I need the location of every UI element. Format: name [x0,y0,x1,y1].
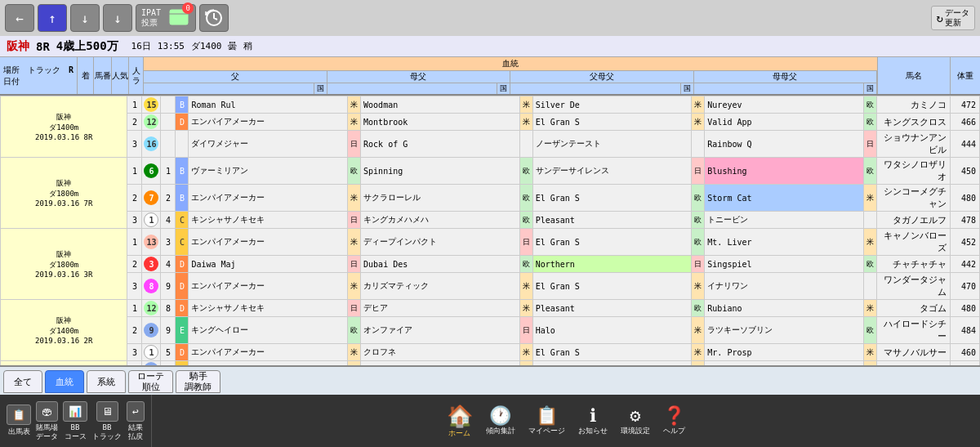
tab-blood[interactable]: 血統 [45,370,84,393]
table-row: 阪神ダ1400m2019.03.16 8R1 15 BRoman Rul米Woo… [1,96,980,114]
fmfather-country-cell [692,131,705,158]
pop-header: 人気 [112,57,129,94]
poprank-cell: C [176,212,189,229]
nav-settings[interactable]: ⚙ 環境設定 [621,405,650,436]
bb-track-icon: 🖥 [96,401,118,422]
pop-cell [161,131,176,158]
settings-icon: ⚙ [630,405,640,426]
info-icon: ℹ [590,405,596,426]
rank-cell: 2 [127,317,142,344]
num-cell: 6 [142,158,161,185]
mmfather-cell: Valid App [705,114,864,131]
pop-cell: 3 [161,229,176,256]
mfather-cell: Dubai Des [361,256,520,273]
father-country-cell: 米 [348,96,361,114]
nav-venue[interactable]: 🏟 賭馬場データ [36,401,58,441]
table-row: 3 16 ダイワメジャー日Rock of GノーザンテーストRainbow Q日… [1,131,980,158]
refresh-button[interactable]: ↻ データ更新 [931,6,975,30]
mmfather-cell: トニービン [705,212,864,229]
back-button[interactable]: ← [5,4,34,32]
mfather-cell: カリズマティック [361,273,520,300]
tab-all[interactable]: 全て [3,370,42,393]
num-cell: 9 [142,317,161,344]
home-label: ホーム [448,428,470,439]
mfather-col-header: 母父 [327,71,510,83]
poprank-cell [176,131,189,158]
race-num: 8R [36,40,50,53]
tab-rotation[interactable]: ローテ順位 [128,370,173,393]
result-icon: ↩ [127,401,145,422]
fmfather-col-header: 父母父 [510,71,693,83]
ipat-button[interactable]: IPAT投票 0 [136,4,196,32]
fmfather-country-cell: 欧 [692,300,705,317]
horsename-cell: カミノコ [877,96,951,114]
weight-cell: 444 [951,131,980,158]
pop-cell: 4 [161,212,176,229]
nav-info[interactable]: ℹ お知らせ [578,405,608,436]
horsename-cell: キャノンバローズ [877,229,951,256]
mmfather-cell: Rainbow Q [705,131,864,158]
nav-result[interactable]: ↩ 結果払戻 [127,401,145,441]
num-cell: 13 [142,229,161,256]
nav-bb-track[interactable]: 🖥 BBトラック [92,401,122,441]
prev-button[interactable]: ↓ [70,4,100,32]
weight-cell: 484 [951,317,980,344]
num-cell: 15 [142,96,161,114]
mmfather-country-cell: 欧 [864,256,877,273]
venue-cell: 阪神ダ1400m2019.03.16 2R [1,300,127,361]
poprank-cell: D [176,300,189,317]
mfather-cell: Rock of G [361,131,520,158]
nav-mypage[interactable]: 📋 マイページ [528,405,565,436]
nav-trend[interactable]: 🕐 傾向集計 [486,405,515,436]
mmfather-country-cell: 米 [864,185,877,212]
fmfather-cell: Northern [532,256,692,273]
bloodline-header: 血統 [144,57,877,71]
pop-cell: 1 [161,158,176,185]
num-cell: 12 [142,300,161,317]
weight-cell: 480 [951,185,980,212]
horsename-header: 馬名 [877,57,951,94]
horsename-cell: タゴム [877,300,951,317]
weight-cell: 442 [951,256,980,273]
table-row: 阪神ダ1400m2019.03.16 2R1 12 8Dキンシャサノキセキ日デヒ… [1,300,980,317]
fmfather-cell: El Gran S [532,344,692,361]
mmfather-col-header: 母母父 [694,71,877,83]
nav-race-list[interactable]: 📋 出馬表 [7,405,31,437]
fmfather-cell: Pleasant [532,212,692,229]
table-row: 2 3 4DDaiwa Maj日Dubai Des欧Northern日Sings… [1,256,980,273]
venue-cell: 阪神ダ1800m2019.03.16 3R [1,229,127,300]
horsename-cell: チャチャチャ [877,256,951,273]
bottom-tabs: 全て 血統 系統 ローテ順位 騎手調教師 [0,365,980,395]
rank-cell: 3 [127,212,142,229]
poprank-cell: E [176,317,189,344]
mfather-country-header: 国 [497,83,510,94]
father-country-cell: 日 [348,131,361,158]
fmfather-country-cell: 米 [692,114,705,131]
fmfather-cell: El Gran S [532,185,692,212]
tab-lineage[interactable]: 系統 [87,370,126,393]
num-cell: 7 [142,185,161,212]
mfather-cell: キングカメハメハ [361,212,520,229]
tab-jockey[interactable]: 騎手調教師 [176,370,220,393]
next-button[interactable]: ↓ [103,4,132,32]
table-row: 2 9 9Eキングヘイロー欧オンファイア日Halo米ラツキーソブリン欧ハイロード… [1,317,980,344]
father-country-cell: 米 [348,229,361,256]
horsename-cell: ワタシノロザリオ [877,158,951,185]
history-button[interactable] [199,4,229,32]
nav-home[interactable]: 🏠 ホーム [447,404,473,439]
mfather-country-cell: 米 [519,273,532,300]
table-body[interactable]: 阪神ダ1400m2019.03.16 8R1 15 BRoman Rul米Woo… [0,96,980,365]
up-button[interactable]: ↑ [38,4,67,32]
pop-cell [161,114,176,131]
race-header: 阪神 8R 4歳上500万 16日 13:55 ダ1400 曇 稍 [0,36,980,57]
fmfather-country-cell: 米 [692,317,705,344]
horsename-cell: ハイロードシチー [877,317,951,344]
nav-help[interactable]: ❓ ヘルプ [663,405,685,436]
footer-nav: 📋 出馬表 🏟 賭馬場データ 📊 BBコース 🖥 BBトラック ↩ 結果払戻 [0,395,980,447]
rank-cell: 1 [127,229,142,256]
horsename-cell: ワンダータジャム [877,273,951,300]
rank-cell: 3 [127,273,142,300]
weight-cell: 470 [951,273,980,300]
poprank-cell: D [176,273,189,300]
nav-bb-course[interactable]: 📊 BBコース [63,401,87,441]
